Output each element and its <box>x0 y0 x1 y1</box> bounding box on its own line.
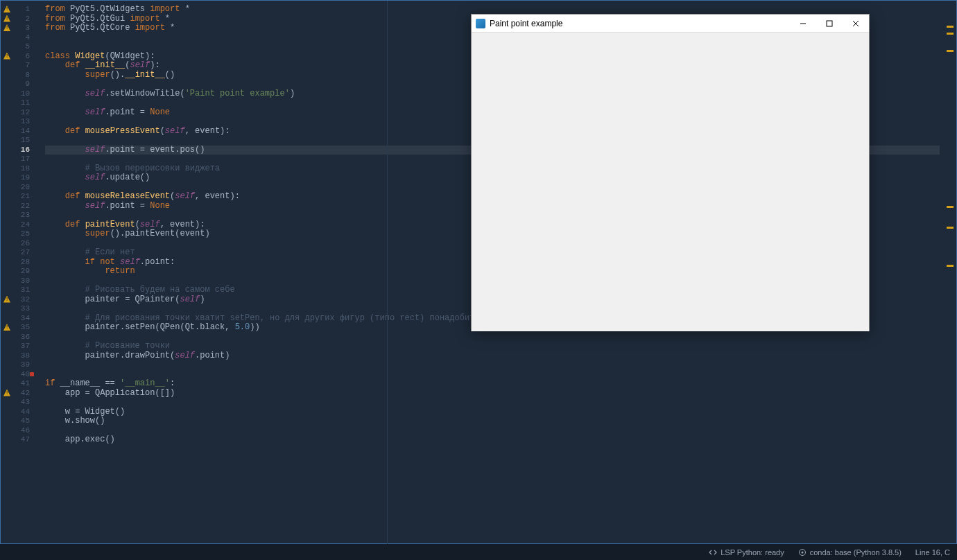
line-number[interactable]: 46 <box>13 426 30 436</box>
modification-marker-icon <box>30 372 34 376</box>
close-button[interactable] <box>843 15 869 33</box>
code-line[interactable]: app = QApplication([]) <box>45 389 944 399</box>
line-number[interactable]: 20 <box>13 183 30 193</box>
line-number[interactable]: 36 <box>13 333 30 342</box>
line-number[interactable]: 45 <box>13 417 30 426</box>
line-number[interactable]: 37 <box>13 342 30 351</box>
line-number[interactable]: 16 <box>13 146 30 155</box>
status-position-text: Line 16, C <box>915 548 950 557</box>
code-line[interactable]: w = Widget() <box>45 408 944 417</box>
maximize-button[interactable] <box>816 15 843 33</box>
code-line[interactable] <box>45 360 944 370</box>
minimap[interactable] <box>945 5 954 539</box>
warning-icon[interactable] <box>3 53 10 60</box>
minimap-warning-mark[interactable] <box>947 50 954 52</box>
window-titlebar[interactable]: Paint point example <box>472 15 869 33</box>
line-number[interactable]: 29 <box>13 267 30 277</box>
line-number[interactable]: 19 <box>13 173 30 183</box>
line-number[interactable]: 31 <box>13 286 30 295</box>
line-number[interactable]: 1 <box>13 5 30 15</box>
warning-icon[interactable] <box>3 15 10 22</box>
line-number[interactable]: 6 <box>13 52 30 62</box>
status-conda[interactable]: conda: base (Python 3.8.5) <box>791 544 908 560</box>
line-number[interactable]: 41 <box>13 379 30 389</box>
svg-point-5 <box>801 551 803 553</box>
line-number[interactable]: 4 <box>13 33 30 43</box>
line-number[interactable]: 22 <box>13 202 30 211</box>
line-number[interactable]: 18 <box>13 164 30 174</box>
line-number[interactable]: 7 <box>13 61 30 71</box>
code-line[interactable]: w.show() <box>45 417 944 426</box>
line-number[interactable]: 28 <box>13 258 30 268</box>
code-line[interactable]: app.exec() <box>45 435 944 445</box>
line-number[interactable]: 35 <box>13 323 30 333</box>
line-numbers[interactable]: 1234567891011121314151617181920212223242… <box>13 1 30 543</box>
minimap-warning-mark[interactable] <box>947 227 954 229</box>
maximize-icon <box>826 20 833 27</box>
line-number[interactable]: 8 <box>13 71 30 80</box>
warning-icon[interactable] <box>3 6 10 12</box>
line-number[interactable]: 38 <box>13 351 30 361</box>
editor-vertical-guide <box>387 1 388 545</box>
app-client-area[interactable] <box>472 33 869 331</box>
line-number[interactable]: 10 <box>13 89 30 99</box>
minimap-warning-mark[interactable] <box>947 26 954 28</box>
code-line[interactable] <box>45 370 944 380</box>
code-line[interactable]: if __name__ == '__main__': <box>45 379 944 389</box>
close-icon <box>852 20 859 27</box>
warning-icon[interactable] <box>3 296 10 303</box>
warning-icon[interactable] <box>3 324 10 331</box>
minimap-warning-mark[interactable] <box>947 33 954 35</box>
warning-icon[interactable] <box>3 24 10 31</box>
window-controls <box>790 15 869 33</box>
minimap-warning-mark[interactable] <box>947 206 954 208</box>
code-line[interactable]: painter.drawPoint(self.point) <box>45 351 944 361</box>
line-number[interactable]: 13 <box>13 117 30 127</box>
line-number[interactable]: 43 <box>13 398 30 408</box>
code-line[interactable]: from PyQt5.QtWidgets import * <box>45 5 944 15</box>
line-number[interactable]: 44 <box>13 408 30 417</box>
line-number[interactable]: 23 <box>13 211 30 220</box>
line-number[interactable]: 39 <box>13 360 30 370</box>
editor-gutter: 1234567891011121314151617181920212223242… <box>1 1 31 543</box>
line-number[interactable]: 15 <box>13 136 30 146</box>
line-number[interactable]: 5 <box>13 42 30 52</box>
line-number[interactable]: 9 <box>13 80 30 89</box>
line-number[interactable]: 30 <box>13 277 30 286</box>
minimap-warning-mark[interactable] <box>947 265 954 267</box>
line-number[interactable]: 34 <box>13 314 30 324</box>
line-number[interactable]: 17 <box>13 155 30 164</box>
gutter-icons-column <box>1 1 13 543</box>
code-line[interactable] <box>45 333 944 342</box>
lsp-icon <box>709 548 717 557</box>
minimize-icon <box>800 20 807 27</box>
line-number[interactable]: 47 <box>13 435 30 445</box>
line-number[interactable]: 11 <box>13 98 30 108</box>
line-number[interactable]: 24 <box>13 220 30 230</box>
status-conda-text: conda: base (Python 3.8.5) <box>810 548 902 557</box>
line-number[interactable]: 12 <box>13 108 30 118</box>
code-line[interactable]: # Рисование точки <box>45 342 944 351</box>
line-number[interactable]: 32 <box>13 295 30 305</box>
line-number[interactable]: 27 <box>13 248 30 258</box>
warning-icon[interactable] <box>3 390 10 396</box>
line-number[interactable]: 33 <box>13 304 30 314</box>
status-lsp-text: LSP Python: ready <box>721 548 784 557</box>
line-number[interactable]: 3 <box>13 24 30 33</box>
status-lsp[interactable]: LSP Python: ready <box>702 544 791 560</box>
line-number[interactable]: 25 <box>13 229 30 239</box>
code-line[interactable] <box>45 398 944 408</box>
conda-icon <box>798 548 807 557</box>
line-number[interactable]: 21 <box>13 192 30 202</box>
window-app-icon <box>476 19 485 28</box>
svg-rect-1 <box>827 21 832 26</box>
output-app-window[interactable]: Paint point example <box>471 14 870 331</box>
status-position[interactable]: Line 16, C <box>908 544 957 560</box>
minimize-button[interactable] <box>790 15 816 33</box>
line-number[interactable]: 40 <box>13 370 30 380</box>
code-line[interactable] <box>45 426 944 436</box>
line-number[interactable]: 26 <box>13 239 30 249</box>
line-number[interactable]: 2 <box>13 15 30 24</box>
line-number[interactable]: 42 <box>13 389 30 399</box>
line-number[interactable]: 14 <box>13 127 30 137</box>
